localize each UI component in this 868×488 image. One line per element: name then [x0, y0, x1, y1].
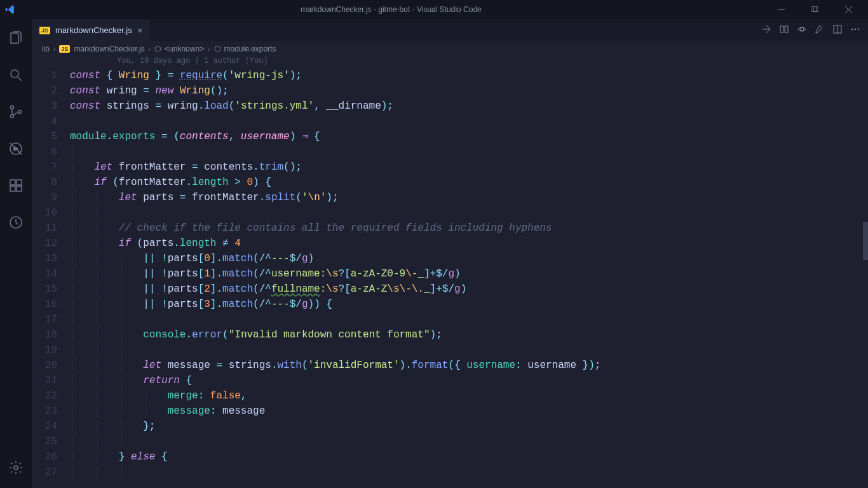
editor-action-icon[interactable] — [815, 24, 825, 36]
svg-point-3 — [11, 70, 18, 78]
svg-point-16 — [800, 27, 804, 31]
breadcrumb-seg[interactable]: module.exports — [224, 44, 276, 53]
svg-rect-2 — [813, 6, 818, 11]
svg-rect-9 — [10, 186, 15, 191]
line-number: 23 — [32, 403, 57, 419]
line-number: 13 — [32, 251, 57, 266]
line-number: 11 — [32, 220, 57, 236]
line-number: 8 — [32, 175, 57, 190]
line-number: 17 — [32, 312, 57, 327]
more-actions-icon[interactable] — [850, 24, 860, 36]
line-number: 10 — [32, 205, 57, 220]
debug-icon[interactable] — [1, 136, 31, 161]
window-title: markdownChecker.js - gitme-bot - Visual … — [15, 5, 767, 14]
tab-label: markdownChecker.js — [55, 25, 132, 35]
line-number: 12 — [32, 236, 57, 251]
line-number: 19 — [32, 342, 57, 358]
vscode-logo-icon — [5, 4, 15, 15]
tab-markdownchecker[interactable]: JS markdownChecker.js × — [32, 19, 151, 41]
line-number-gutter: 1234567891011121314151617181920212223242… — [32, 68, 70, 488]
chevron-right-icon: › — [208, 46, 210, 53]
chevron-right-icon: › — [149, 46, 151, 53]
svg-rect-1 — [811, 6, 817, 11]
code-content[interactable]: const { Wring } = require('wring-js'); c… — [70, 68, 868, 488]
line-number: 9 — [32, 190, 57, 205]
line-number: 22 — [32, 388, 57, 403]
svg-rect-14 — [780, 26, 783, 32]
svg-rect-11 — [17, 180, 22, 185]
settings-gear-icon[interactable] — [1, 455, 31, 480]
line-number: 27 — [32, 464, 57, 480]
breadcrumb-seg[interactable]: lib — [42, 44, 50, 53]
activity-bar — [0, 19, 32, 488]
line-number: 24 — [32, 419, 57, 434]
line-number: 21 — [32, 373, 57, 388]
svg-point-5 — [11, 115, 14, 118]
breadcrumb-seg[interactable]: <unknown> — [165, 44, 204, 53]
editor[interactable]: 1234567891011121314151617181920212223242… — [32, 68, 868, 488]
line-number: 25 — [32, 434, 57, 449]
split-editor-icon[interactable] — [832, 24, 843, 36]
editor-action-icon[interactable] — [779, 24, 789, 36]
symbol-icon: ⬡ — [214, 44, 220, 53]
titlebar: markdownChecker.js - gitme-bot - Visual … — [0, 0, 868, 19]
line-number: 3 — [32, 98, 57, 114]
minimize-button[interactable] — [767, 0, 796, 19]
source-control-icon[interactable] — [1, 99, 31, 125]
explorer-icon[interactable] — [1, 25, 31, 51]
maximize-button[interactable] — [801, 0, 829, 19]
line-number: 1 — [32, 68, 57, 83]
test-icon[interactable] — [1, 210, 31, 235]
tab-close-icon[interactable]: × — [137, 25, 143, 36]
svg-point-6 — [18, 111, 22, 114]
svg-point-19 — [855, 29, 856, 30]
breadcrumb-seg[interactable]: markdownChecker.js — [74, 44, 144, 53]
line-number: 6 — [32, 144, 57, 159]
line-number: 7 — [32, 159, 57, 175]
line-number: 16 — [32, 297, 57, 312]
svg-point-4 — [11, 106, 14, 109]
svg-point-18 — [851, 29, 853, 30]
line-number: 15 — [32, 281, 57, 297]
svg-rect-15 — [785, 26, 788, 32]
symbol-icon: ⬡ — [154, 44, 161, 53]
extensions-icon[interactable] — [1, 173, 31, 198]
search-icon[interactable] — [1, 62, 31, 88]
svg-rect-0 — [778, 10, 785, 10]
line-number: 4 — [32, 114, 57, 129]
chevron-right-icon: › — [53, 46, 55, 53]
editor-action-icon[interactable] — [797, 24, 807, 36]
svg-point-13 — [14, 466, 18, 470]
line-number: 20 — [32, 358, 57, 373]
editor-action-icon[interactable] — [761, 24, 771, 36]
svg-point-20 — [858, 29, 859, 30]
tab-bar: JS markdownChecker.js × — [32, 19, 868, 41]
svg-rect-10 — [17, 186, 22, 191]
gitlens-code-lens[interactable]: You, 16 days ago | 1 author (You) — [100, 57, 868, 68]
line-number: 14 — [32, 266, 57, 281]
js-file-icon: JS — [39, 27, 50, 34]
line-number: 18 — [32, 327, 57, 342]
close-button[interactable] — [834, 0, 863, 19]
line-number: 26 — [32, 449, 57, 464]
svg-rect-8 — [10, 180, 15, 185]
minimap[interactable] — [863, 57, 868, 488]
minimap-thumb[interactable] — [863, 222, 868, 260]
js-file-icon: JS — [59, 45, 70, 53]
line-number: 5 — [32, 129, 57, 144]
line-number: 2 — [32, 83, 57, 98]
breadcrumb[interactable]: lib › JS markdownChecker.js › ⬡ <unknown… — [32, 41, 868, 57]
